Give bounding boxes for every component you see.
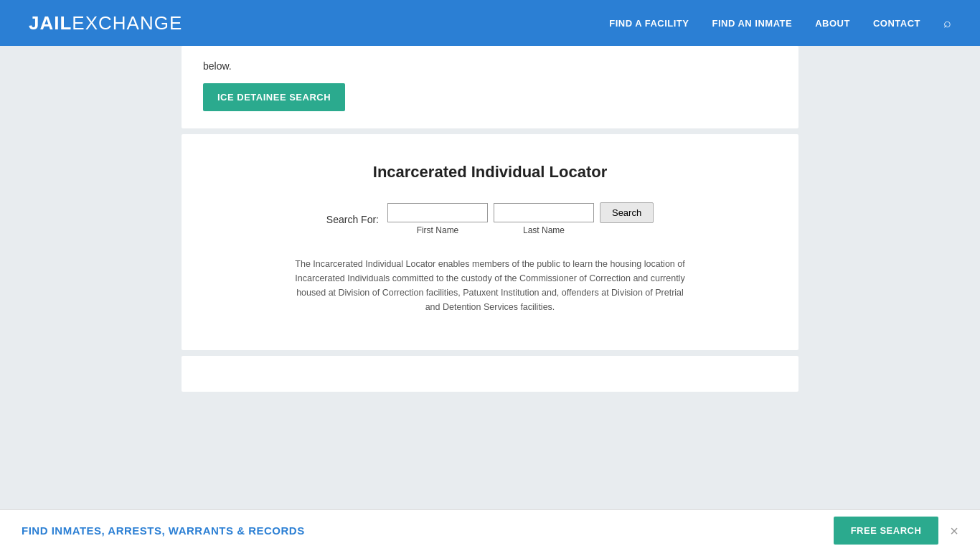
ice-detainee-search-button[interactable]: ICE DETAINEE SEARCH xyxy=(203,83,345,111)
nav-about[interactable]: ABOUT xyxy=(815,18,850,29)
page-content: below. ICE DETAINEE SEARCH Incarcerated … xyxy=(0,46,980,456)
first-name-label: First Name xyxy=(417,225,459,235)
nav-find-inmate[interactable]: FIND AN INMATE xyxy=(712,18,792,29)
site-header: JAILEXCHANGE FIND A FACILITY FIND AN INM… xyxy=(0,0,980,46)
last-name-input[interactable] xyxy=(494,203,594,222)
search-for-label: Search For: xyxy=(326,214,379,225)
first-name-input[interactable] xyxy=(387,203,488,222)
last-name-group: Last Name xyxy=(494,203,594,235)
top-card: below. ICE DETAINEE SEARCH xyxy=(182,46,798,128)
bottom-card xyxy=(182,356,798,392)
top-card-text: below. xyxy=(203,60,777,72)
locator-search-form: Search For: First Name Last Name Search xyxy=(203,203,777,235)
search-button[interactable]: Search xyxy=(600,202,654,223)
site-logo[interactable]: JAILEXCHANGE xyxy=(29,12,182,34)
locator-description: The Incarcerated Individual Locator enab… xyxy=(289,257,691,314)
last-name-label: Last Name xyxy=(523,225,565,235)
main-container: below. ICE DETAINEE SEARCH Incarcerated … xyxy=(182,46,798,406)
locator-title: Incarcerated Individual Locator xyxy=(203,163,777,182)
logo-exchange: EXCHANGE xyxy=(72,12,182,34)
logo-jail: JAIL xyxy=(29,12,72,34)
main-nav: FIND A FACILITY FIND AN INMATE ABOUT CON… xyxy=(609,16,951,31)
search-icon[interactable]: ⌕ xyxy=(943,16,951,31)
locator-card: Incarcerated Individual Locator Search F… xyxy=(182,134,798,350)
nav-find-facility[interactable]: FIND A FACILITY xyxy=(609,18,689,29)
first-name-group: First Name xyxy=(387,203,488,235)
nav-contact[interactable]: CONTACT xyxy=(873,18,920,29)
